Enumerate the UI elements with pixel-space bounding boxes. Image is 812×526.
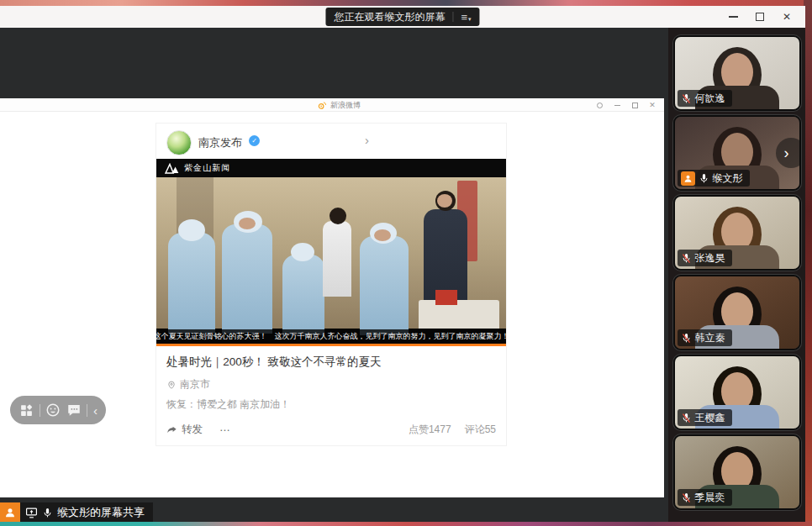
share-badge-label: 缑文彤的屏幕共享 [57,505,145,520]
participant-name: 王樱鑫 [695,411,725,425]
chat-icon[interactable] [66,402,82,418]
post-stats: 点赞1477 评论55 [409,423,496,437]
ppe-cap [291,243,314,261]
shared-window-controls: ✕ [594,98,657,112]
mic-icon [681,492,692,503]
share-badge-label-group: 缑文彤的屏幕共享 [20,502,153,522]
author-avatar[interactable] [166,130,192,155]
figure-face [437,194,452,208]
close-icon: ✕ [783,11,791,23]
maximize-icon [756,13,764,21]
participant-video-tile[interactable]: 王樱鑫 [673,355,801,430]
window-controls: ✕ [723,6,797,28]
video-top-bar: 紫金山新闻 [156,159,506,177]
figure-head [330,208,346,224]
video-watermark: 紫金山新闻 [184,162,230,174]
repost-button[interactable]: 转发 [166,423,203,437]
participant-video-tile[interactable]: 张逸昊 [673,195,801,271]
mic-icon [681,253,692,264]
share-arrow-icon [166,424,178,436]
participant-video-tile[interactable]: 韩立秦 [673,275,801,350]
desktop-wallpaper-top [0,0,812,6]
view-menu-icon[interactable]: ≡▾ [461,12,471,23]
minimize-icon[interactable] [612,100,622,110]
ppe-face [374,229,391,241]
close-button[interactable]: ✕ [777,8,797,26]
video-subtitle: 这个夏天见证刻骨铭心的苏大强！ 这次万千南京人齐心奋战，见到了南京的努力，见到了… [156,329,506,344]
shared-window-title: 新浪微博 [318,99,361,111]
chevron-right-icon[interactable]: › [365,133,369,147]
pill-divider [452,12,453,22]
ppe-figure [168,233,215,334]
video-progress-bar[interactable] [156,344,506,346]
likes-count[interactable]: 点赞1477 [409,423,451,437]
participant-name-bar: 王樱鑫 [678,409,732,426]
collapse-toolbar-icon[interactable]: ‹ [93,404,98,417]
participant-list: 何歆逸 缑文彤 › [668,35,805,510]
red-box [435,290,457,305]
zijinshan-logo-icon [165,163,179,174]
weibo-post-card: 南京发布 ✓ › 紫金山新闻 [156,123,507,446]
post-location[interactable]: 南京市 [166,377,496,392]
participant-name: 张逸昊 [695,251,725,266]
mic-icon [681,93,692,104]
expand-arrow-button[interactable]: › [776,138,801,168]
mic-icon [681,413,692,423]
watching-label: 您正在观看缑文彤的屏幕 [334,10,445,24]
minimize-icon [729,16,738,18]
white-table [419,300,499,329]
participant-name: 韩立秦 [695,331,725,345]
participant-name-bar: 韩立秦 [678,329,732,346]
post-action-bar: 转发 ⋯ 点赞1477 评论55 [166,423,496,437]
location-label: 南京市 [180,377,210,392]
maximize-button[interactable] [750,8,770,26]
repost-label: 转发 [182,423,203,437]
toolbar-divider [40,404,40,417]
participant-name: 何歆逸 [695,92,725,106]
presenter-badge-icon [0,502,20,522]
participant-name-bar: 缑文彤 [678,170,750,187]
location-pin-icon [166,380,177,390]
layout-grid-icon[interactable] [18,402,34,418]
screen-share-badge: 缑文彤的屏幕共享 [0,502,153,522]
emoji-icon[interactable] [45,402,61,418]
skin-icon[interactable] [594,100,604,110]
participant-video-tile[interactable]: 何歆逸 [673,35,801,111]
app-titlebar: 您正在观看缑文彤的屏幕 ≡▾ ✕ [0,6,805,28]
weibo-page: 南京发布 ✓ › 紫金山新闻 [0,113,664,497]
post-tagline: 恢复：博爱之都 南京加油！ [166,397,496,412]
participants-sidebar: 何歆逸 缑文彤 › [668,28,805,522]
toolbar-divider [87,404,87,417]
shared-weibo-window: 新浪微博 ✕ 南京发布 ✓ › [0,98,664,497]
author-name[interactable]: 南京发布 [198,135,242,150]
ppe-cap [178,219,205,241]
participant-name: 缑文彤 [713,171,743,186]
mic-icon [42,508,53,518]
post-video-player[interactable]: 紫金山新闻 [156,159,506,346]
participant-name-bar: 张逸昊 [678,250,732,266]
participant-name: 季晨奕 [695,491,725,505]
watching-banner[interactable]: 您正在观看缑文彤的屏幕 ≡▾ [325,8,479,26]
participant-name-bar: 季晨奕 [678,489,732,506]
ppe-face [239,218,256,229]
minimize-button[interactable] [723,8,743,26]
white-shirt-figure [323,221,351,297]
ppe-figure [222,224,272,334]
video-frame [156,177,506,329]
mic-icon [681,333,692,344]
close-icon[interactable]: ✕ [647,100,657,110]
post-header: 南京发布 ✓ › [156,124,506,159]
annotation-toolbar: ‹ [10,396,106,424]
more-button[interactable]: ⋯ [219,423,231,436]
ppe-figure [282,255,324,335]
participant-video-tile[interactable]: 缑文彤 › [673,115,801,191]
screen-share-icon [25,508,38,518]
shared-window-titlebar: 新浪微博 ✕ [0,98,664,112]
comments-count[interactable]: 评论55 [465,423,496,437]
post-title: 处暑时光｜200秒！ 致敬这个不寻常的夏天 [166,355,496,370]
screen-share-area: 新浪微博 ✕ 南京发布 ✓ › [0,28,668,522]
presenter-badge-icon [681,171,695,186]
ppe-figure [360,236,409,335]
restore-icon[interactable] [630,100,640,110]
participant-video-tile[interactable]: 季晨奕 [673,434,801,510]
